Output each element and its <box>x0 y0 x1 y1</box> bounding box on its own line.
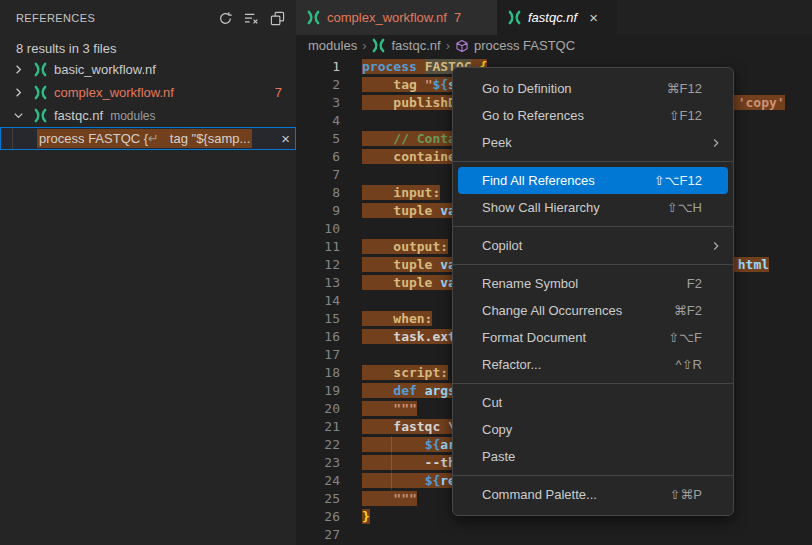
menu-item-label: Copilot <box>482 238 709 253</box>
menu-item-go-to-definition[interactable]: Go to Definition⌘F12 <box>453 75 733 102</box>
menu-item-label: Format Document <box>482 330 668 345</box>
breadcrumb-item-modules[interactable]: modules <box>308 38 357 53</box>
tab-complex-workflow[interactable]: complex_workflow.nf 7 <box>296 0 497 35</box>
line-number[interactable]: 15 <box>296 310 340 328</box>
line-number[interactable]: 19 <box>296 382 340 400</box>
breadcrumb-separator: › <box>362 38 366 53</box>
line-number[interactable]: 7 <box>296 166 340 184</box>
refresh-button[interactable] <box>216 9 234 27</box>
line-number[interactable]: 9 <box>296 202 340 220</box>
breadcrumb-item-file[interactable]: fastqc.nf <box>391 38 440 53</box>
line-number[interactable]: 8 <box>296 184 340 202</box>
chevron-right-icon[interactable] <box>10 62 26 78</box>
file-row[interactable]: complex_workflow.nf7 <box>0 81 296 104</box>
line-number[interactable]: 24 <box>296 472 340 490</box>
sidebar-toolbar <box>216 9 286 27</box>
code-token: fastqc \ <box>362 419 456 434</box>
line-number[interactable]: 11 <box>296 238 340 256</box>
editor-context-menu: Go to Definition⌘F12Go to References⇧F12… <box>452 67 734 516</box>
menu-item-shortcut: ⌘F2 <box>674 303 702 318</box>
menu-item-label: Go to References <box>482 108 669 123</box>
breadcrumb-item-symbol[interactable]: process FASTQC <box>474 38 575 53</box>
menu-item-label: Paste <box>482 449 725 464</box>
menu-item-cut[interactable]: Cut <box>453 389 733 416</box>
menu-item-format-document[interactable]: Format Document⇧⌥F <box>453 324 733 351</box>
submenu-arrow-icon <box>709 136 723 150</box>
code-text[interactable] <box>340 292 362 310</box>
clear-results-button[interactable] <box>242 9 260 27</box>
line-number[interactable]: 2 <box>296 76 340 94</box>
line-number[interactable]: 10 <box>296 220 340 238</box>
code-text[interactable] <box>340 526 362 544</box>
line-number[interactable]: 25 <box>296 490 340 508</box>
reference-range-highlight: """ <box>362 491 417 506</box>
menu-item-rename-symbol[interactable]: Rename SymbolF2 <box>453 270 733 297</box>
file-row[interactable]: basic_workflow.nf <box>0 58 296 81</box>
line-number[interactable]: 12 <box>296 256 340 274</box>
line-number[interactable]: 17 <box>296 346 340 364</box>
collapse-all-button[interactable] <box>268 9 286 27</box>
line-number[interactable]: 13 <box>296 274 340 292</box>
code-text[interactable]: } <box>340 508 370 526</box>
menu-item-show-call-hierarchy[interactable]: Show Call Hierarchy⇧⌥H <box>453 194 733 221</box>
menu-item-peek[interactable]: Peek <box>453 129 733 156</box>
line-number[interactable]: 4 <box>296 112 340 130</box>
menu-item-paste[interactable]: Paste <box>453 443 733 470</box>
breadcrumb: modules › fastqc.nf › process FASTQC <box>296 35 812 56</box>
line-number[interactable]: 16 <box>296 328 340 346</box>
menu-item-label: Rename Symbol <box>482 276 687 291</box>
code-token <box>417 59 425 74</box>
code-text[interactable]: input: <box>340 184 440 202</box>
code-token: html <box>738 257 769 272</box>
menu-item-copilot[interactable]: Copilot <box>453 232 733 259</box>
line-number[interactable]: 5 <box>296 130 340 148</box>
file-name: complex_workflow.nf <box>54 85 174 100</box>
nextflow-file-icon <box>32 108 48 124</box>
close-tab-icon[interactable]: × <box>589 9 598 26</box>
code-text[interactable]: """ <box>340 400 417 418</box>
editor-group: complex_workflow.nf 7 fastqc.nf × module… <box>296 0 812 545</box>
menu-item-command-palette[interactable]: Command Palette...⇧⌘P <box>453 481 733 508</box>
line-number[interactable]: 20 <box>296 400 340 418</box>
code-text[interactable]: fastqc \ <box>340 418 456 436</box>
menu-item-shortcut: ⇧⌘P <box>669 487 702 502</box>
tab-fastqc[interactable]: fastqc.nf × <box>497 0 617 35</box>
menu-item-refactor[interactable]: Refactor...^⇧R <box>453 351 733 378</box>
chevron-down-icon[interactable] <box>10 108 26 124</box>
code-token: tuple <box>362 257 440 272</box>
menu-separator <box>453 475 733 476</box>
chevron-right-icon[interactable] <box>10 85 26 101</box>
menu-item-change-all-occurrences[interactable]: Change All Occurrences⌘F2 <box>453 297 733 324</box>
code-text[interactable] <box>340 166 362 184</box>
line-number[interactable]: 23 <box>296 454 340 472</box>
code-text[interactable] <box>340 112 362 130</box>
clear-all-icon <box>244 11 259 26</box>
menu-item-find-all-references[interactable]: Find All References⇧⌥F12 <box>458 167 728 194</box>
result-gap <box>159 131 170 146</box>
code-text[interactable]: """ <box>340 490 417 508</box>
code-token: input: <box>362 185 440 200</box>
code-text[interactable]: when: <box>340 310 432 328</box>
line-number[interactable]: 14 <box>296 292 340 310</box>
code-text[interactable] <box>340 220 362 238</box>
line-number[interactable]: 6 <box>296 148 340 166</box>
line-number[interactable]: 27 <box>296 526 340 544</box>
code-token: 'copy' <box>738 95 785 110</box>
line-number[interactable]: 21 <box>296 418 340 436</box>
line-number[interactable]: 26 <box>296 508 340 526</box>
line-number[interactable]: 22 <box>296 436 340 454</box>
code-text[interactable] <box>340 346 362 364</box>
code-line[interactable]: 27 <box>296 526 812 544</box>
line-number[interactable]: 1 <box>296 58 340 76</box>
menu-separator <box>453 264 733 265</box>
file-row[interactable]: fastqc.nfmodules <box>0 104 296 127</box>
code-text[interactable]: output: <box>340 238 448 256</box>
reference-result-row[interactable]: process FASTQC {↵ tag "${samp... × <box>0 127 296 150</box>
code-text[interactable]: script: <box>340 364 448 382</box>
dismiss-result-icon[interactable]: × <box>281 131 290 146</box>
sidebar-title: REFERENCES <box>16 12 216 24</box>
line-number[interactable]: 3 <box>296 94 340 112</box>
line-number[interactable]: 18 <box>296 364 340 382</box>
menu-item-copy[interactable]: Copy <box>453 416 733 443</box>
menu-item-go-to-references[interactable]: Go to References⇧F12 <box>453 102 733 129</box>
